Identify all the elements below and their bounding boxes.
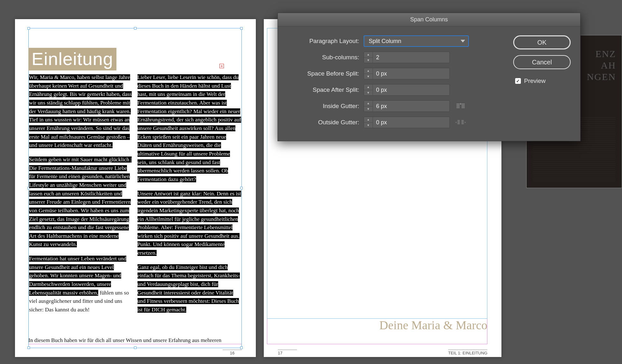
body-text-columns: Wir, Maria & Marco, haben selbst lange J… [28,73,242,344]
body-paragraph: Unsere Antwort ist ganz klar: Nein. Denn… [137,191,241,256]
sub-columns-stepper[interactable]: ▲ ▼ 2 [364,52,450,63]
step-up-icon[interactable]: ▲ [364,68,373,74]
page-number-left: 16 [223,350,242,355]
step-up-icon[interactable]: ▲ [364,117,373,123]
final-flow-line: In diesem Buch haben wir für dich all un… [28,337,221,344]
step-up-icon[interactable]: ▲ [364,101,373,106]
preview-label: Preview [524,77,546,84]
step-up-icon[interactable]: ▲ [364,52,373,58]
space-before-stepper[interactable]: ▲ ▼ 0 px [364,68,450,79]
page-title: Einleitung [28,48,116,70]
dialog-title: Span Columns [278,13,580,26]
chevron-down-icon [461,39,465,43]
checkbox-checked-icon[interactable]: ✓ [515,78,521,84]
frame-handle[interactable] [27,27,30,30]
preview-checkbox-row[interactable]: ✓ Preview [513,77,571,84]
span-columns-dialog: Span Columns Paragraph Layout: Split Col… [278,13,581,141]
space-after-label: Space After Split: [287,86,359,93]
frame-handle[interactable] [27,346,30,349]
paragraph-layout-label: Paragraph Layout: [287,38,359,45]
stepper-value[interactable]: 6 px [373,101,449,112]
step-down-icon[interactable]: ▼ [364,106,373,112]
overset-text-icon[interactable]: + [219,64,224,68]
space-before-label: Space Before Split: [287,70,359,77]
dialog-actions: OK Cancel ✓ Preview [513,35,571,128]
ok-button[interactable]: OK [513,35,571,49]
stepper-value[interactable]: 0 px [373,84,449,95]
stepper-value[interactable]: 2 [373,52,449,63]
body-paragraph: Wir, Maria & Marco, haben selbst lange J… [29,74,132,148]
body-paragraph: Ganz egal, ob du Einsteiger bist und dic… [137,264,240,313]
stepper-value[interactable]: 0 px [373,117,449,128]
frame-handle[interactable] [240,27,243,30]
step-down-icon[interactable]: ▼ [364,74,373,79]
page-left: + Einleitung Wir, Maria & Marco, haben s… [15,19,256,357]
peek-line: NGEN [587,71,616,83]
stepper-value[interactable]: 0 px [373,68,449,79]
body-paragraph: Lieber Leser, liebe Leserin wie schön, d… [137,74,241,182]
paragraph-layout-select[interactable]: Split Column [364,35,469,47]
outside-gutter-icon [454,119,467,126]
page-number-right: 17 [278,350,297,355]
signature-text: Deine Maria & Marco [379,318,487,332]
dialog-fields: Paragraph Layout: Split Column Sub-colum… [287,35,504,128]
title-area: Einleitung [28,48,116,70]
inside-gutter-icon [454,102,467,110]
peek-line: ENZ [587,48,616,60]
select-value: Split Column [369,38,401,45]
inside-gutter-stepper[interactable]: ▲ ▼ 6 px [364,100,450,112]
step-down-icon[interactable]: ▼ [364,58,373,63]
sub-columns-label: Sub-columns: [287,54,359,61]
outside-gutter-label: Outside Gutter: [287,119,359,126]
body-paragraph: Seitdem geben wir mit Sauer macht glückl… [29,157,132,248]
frame-handle[interactable] [240,346,243,349]
inside-gutter-label: Inside Gutter: [287,103,359,110]
peek-line: AH [587,60,616,71]
frame-handle[interactable] [134,27,137,30]
space-after-stepper[interactable]: ▲ ▼ 0 px [364,84,450,96]
folio-text: TEIL 1: EINLEITUNG [448,350,487,355]
step-down-icon[interactable]: ▼ [364,123,373,128]
frame-handle[interactable] [134,346,137,349]
outside-gutter-stepper[interactable]: ▲ ▼ 0 px [364,117,450,128]
cancel-button[interactable]: Cancel [513,55,571,69]
peek-title: ENZ AH NGEN [587,48,616,83]
step-up-icon[interactable]: ▲ [364,84,373,90]
step-down-icon[interactable]: ▼ [364,90,373,96]
